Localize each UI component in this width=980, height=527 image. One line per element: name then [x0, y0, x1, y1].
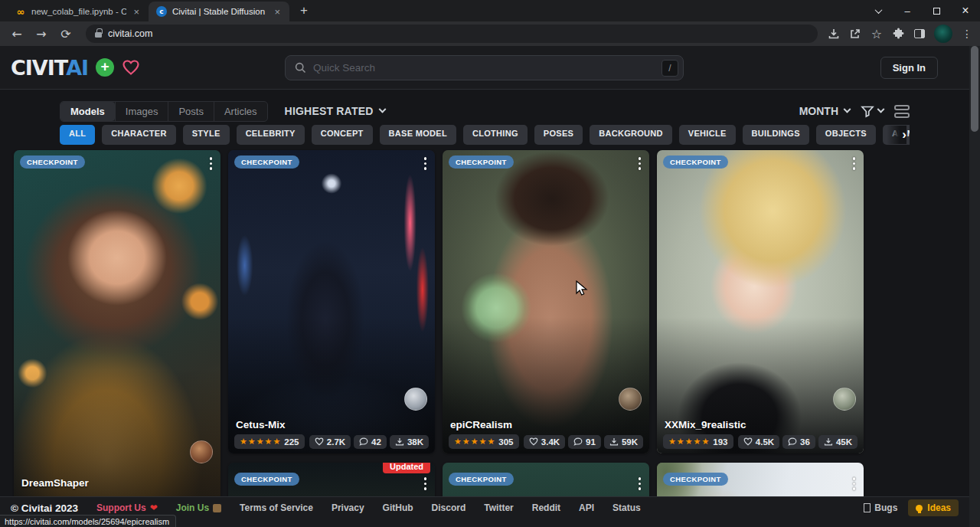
share-icon[interactable]: [848, 27, 862, 41]
reload-button[interactable]: ⟳: [55, 24, 77, 44]
profile-avatar[interactable]: [934, 25, 952, 43]
maximize-button[interactable]: [922, 0, 951, 21]
chevron-down-icon: [844, 105, 851, 113]
tab-close-icon[interactable]: ×: [273, 6, 282, 18]
sort-dropdown[interactable]: HIGHEST RATED: [285, 105, 386, 117]
forward-button[interactable]: →: [31, 24, 52, 44]
ideas-button[interactable]: Ideas: [908, 499, 959, 516]
category-chip[interactable]: BUILDINGS: [743, 125, 809, 145]
privacy-link[interactable]: Privacy: [332, 502, 364, 513]
model-title: Cetus-Mix: [236, 419, 427, 430]
category-chip[interactable]: CELEBRITY: [237, 125, 305, 145]
card-menu-icon[interactable]: [851, 155, 858, 172]
likes-pill: 3.4K: [524, 435, 565, 449]
civitai-page: CIVITAI + / Sign In Models Images Posts …: [0, 46, 980, 527]
scrollbar-thumb[interactable]: [971, 46, 978, 132]
join-us-link[interactable]: Join Us: [176, 502, 221, 513]
model-card-cetus-mix[interactable]: CHECKPOINT Cetus-Mix ★★★★★225 2.7K 42 38…: [228, 150, 435, 453]
filter-dropdown[interactable]: [861, 105, 884, 118]
rating-count: 225: [284, 437, 299, 447]
model-card-dreamshaper[interactable]: CHECKPOINT DreamShaper: [14, 150, 220, 527]
creator-avatar[interactable]: [190, 440, 213, 463]
card-menu-icon[interactable]: [636, 475, 644, 493]
model-card-epicrealism[interactable]: CHECKPOINT epiCRealism ★★★★★305 3.4K 91 …: [443, 150, 649, 453]
category-chip[interactable]: BACKGROUND: [590, 125, 672, 145]
category-chip[interactable]: VEHICLE: [679, 125, 736, 145]
search-icon: [295, 62, 306, 74]
quick-search-bar[interactable]: /: [285, 55, 684, 80]
period-dropdown[interactable]: MONTH: [799, 105, 850, 117]
sign-in-button[interactable]: Sign In: [880, 57, 938, 79]
reddit-link[interactable]: Reddit: [532, 502, 560, 513]
card-menu-icon[interactable]: [422, 475, 430, 493]
model-card-xxmix[interactable]: CHECKPOINT XXMix_9realistic ★★★★★193 4.5…: [657, 150, 864, 453]
updated-badge: Updated: [383, 463, 430, 473]
status-link[interactable]: Status: [612, 502, 641, 513]
address-bar[interactable]: civitai.com: [86, 25, 818, 43]
window-controls: – ×: [864, 0, 980, 21]
card-gradient-overlay: [14, 150, 220, 527]
discord-link[interactable]: Discord: [432, 502, 466, 513]
model-type-badge: CHECKPOINT: [663, 155, 728, 169]
category-chip[interactable]: CONCEPT: [312, 125, 373, 145]
tab-posts[interactable]: Posts: [168, 102, 214, 121]
tab-articles[interactable]: Articles: [214, 102, 267, 121]
colab-icon: ∞: [15, 6, 26, 17]
create-plus-button[interactable]: +: [96, 58, 114, 77]
browser-menu-icon[interactable]: ⋮: [960, 27, 974, 41]
api-link[interactable]: API: [579, 502, 594, 513]
category-chip[interactable]: STYLE: [183, 125, 230, 145]
downloads-pill: 38K: [390, 435, 429, 449]
browser-tab-colab[interactable]: ∞ new_colab_file.ipynb - Colaborat ×: [8, 2, 149, 21]
extensions-icon[interactable]: [891, 27, 905, 41]
category-chip[interactable]: CLOTHING: [463, 125, 528, 145]
url-text: civitai.com: [108, 28, 152, 39]
card-menu-icon[interactable]: [207, 155, 215, 172]
downloads-pill: 59K: [604, 435, 643, 449]
category-chip[interactable]: OBJECTS: [816, 125, 876, 145]
content-type-tabs: Models Images Posts Articles: [60, 101, 268, 122]
civitai-favicon-icon: c: [156, 6, 167, 17]
page-scrollbar[interactable]: [969, 46, 980, 527]
category-chip-all[interactable]: ALL: [60, 125, 95, 145]
layout-toggle-icon[interactable]: [894, 105, 910, 118]
new-tab-button[interactable]: +: [296, 3, 312, 18]
model-type-badge: CHECKPOINT: [663, 473, 728, 486]
comment-icon: [359, 437, 368, 446]
tab-close-icon[interactable]: ×: [132, 6, 141, 18]
tab-images[interactable]: Images: [115, 102, 168, 121]
terms-link[interactable]: Terms of Service: [240, 502, 313, 513]
creator-avatar[interactable]: [833, 388, 856, 411]
creator-avatar[interactable]: [619, 388, 642, 411]
category-chip[interactable]: POSES: [534, 125, 583, 145]
minimize-button[interactable]: –: [893, 0, 922, 21]
favorites-heart-icon[interactable]: [122, 59, 140, 76]
model-stats: ★★★★★305 3.4K 91 59K: [449, 434, 643, 449]
search-input[interactable]: [313, 62, 662, 74]
search-shortcut-key: /: [662, 60, 678, 77]
download-icon[interactable]: [827, 27, 841, 41]
category-chip[interactable]: CHARACTER: [102, 125, 175, 145]
bug-icon: [864, 503, 871, 512]
card-menu-icon[interactable]: [851, 475, 858, 493]
back-button[interactable]: ←: [6, 24, 28, 44]
card-menu-icon[interactable]: [636, 155, 644, 172]
tab-models[interactable]: Models: [60, 102, 115, 121]
chevron-down-icon: [877, 105, 885, 113]
close-button[interactable]: ×: [951, 0, 980, 21]
side-panel-icon[interactable]: [913, 27, 926, 41]
card-menu-icon[interactable]: [422, 155, 430, 172]
window-menu-button[interactable]: [864, 0, 893, 21]
creator-avatar[interactable]: [404, 388, 427, 411]
twitter-link[interactable]: Twitter: [484, 502, 513, 513]
model-stats: ★★★★★193 4.5K 36 45K: [663, 434, 858, 449]
github-link[interactable]: GitHub: [383, 502, 413, 513]
heart-icon: [529, 437, 538, 446]
bookmark-star-icon[interactable]: ☆: [870, 27, 884, 41]
category-chip[interactable]: BASE MODEL: [380, 125, 456, 145]
bugs-button[interactable]: Bugs: [864, 502, 897, 513]
civitai-logo[interactable]: CIVITAI: [11, 56, 88, 80]
support-us-link[interactable]: Support Us❤: [96, 502, 158, 513]
categories-scroll-right-icon[interactable]: ›: [887, 126, 906, 144]
browser-tab-civitai[interactable]: c Civitai | Stable Diffusion models, ×: [149, 2, 289, 21]
